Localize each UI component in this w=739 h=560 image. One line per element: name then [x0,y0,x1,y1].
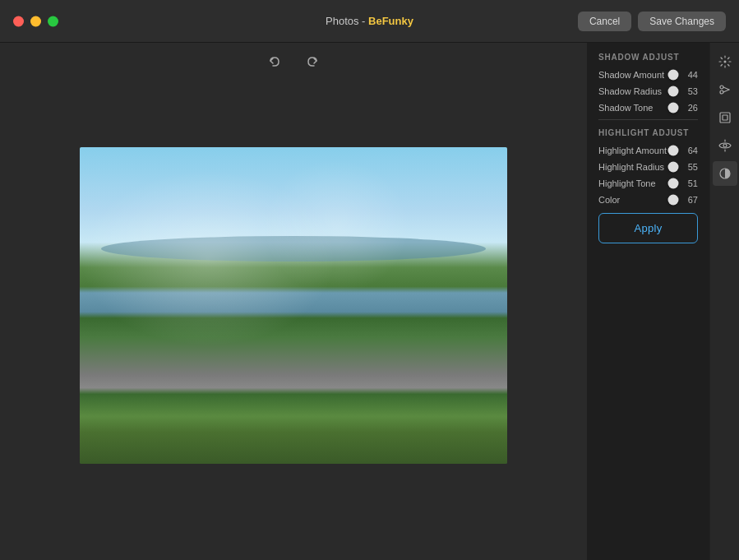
svg-line-7 [721,65,723,67]
highlight-amount-group: Highlight Amount 64 [598,146,698,155]
svg-rect-14 [723,115,727,120]
maximize-button[interactable] [48,16,58,26]
highlight-radius-group: Highlight Radius 55 [598,162,698,172]
contrast-icon[interactable] [713,161,737,186]
shadow-radius-label: Shadow Radius [598,86,668,96]
shadow-amount-row: Shadow Amount 44 [598,70,698,80]
window-title: Photos - BeFunky [326,15,413,27]
shadow-amount-group: Shadow Amount 44 [598,70,698,80]
shadow-amount-thumb[interactable] [668,70,679,81]
shadow-adjust-header: SHADOW ADJUST [598,53,698,62]
svg-point-8 [723,61,726,63]
highlight-tone-label: Highlight Tone [598,178,668,188]
shadow-radius-thumb[interactable] [668,86,679,97]
close-button[interactable] [13,16,24,26]
eye-icon[interactable] [713,133,737,158]
highlight-tone-value: 51 [678,178,698,188]
highlight-radius-value: 55 [678,162,698,172]
svg-line-12 [723,90,729,92]
shadow-tone-group: Shadow Tone 26 [598,103,698,113]
svg-line-6 [727,58,729,59]
redo-button[interactable] [302,53,321,73]
highlight-adjust-header: HIGHLIGHT ADJUST [598,128,698,137]
color-group: Color 67 [598,195,698,205]
shadow-radius-value: 53 [678,86,698,96]
image-container [0,84,587,560]
svg-line-11 [723,87,729,90]
highlight-amount-row: Highlight Amount 64 [598,146,698,155]
highlight-tone-group: Highlight Tone 51 [598,178,698,188]
adjustments-panel: SHADOW ADJUST Shadow Amount 44 Shadow Ra… [587,43,709,560]
save-button[interactable]: Save Changes [638,12,726,31]
highlight-amount-label: Highlight Amount [598,146,668,155]
shadow-tone-row: Shadow Tone 26 [598,103,698,113]
highlight-radius-thumb[interactable] [668,162,679,173]
side-tools [709,43,739,560]
scissors-icon[interactable] [713,77,737,102]
svg-rect-13 [720,113,730,123]
shadow-tone-label: Shadow Tone [598,103,668,113]
shadow-tone-thumb[interactable] [668,103,679,113]
apply-button[interactable]: Apply [598,213,698,243]
toolbar-strip [0,43,587,84]
magic-wand-icon[interactable] [713,49,737,74]
cancel-button[interactable]: Cancel [578,12,631,31]
shadow-radius-group: Shadow Radius 53 [598,86,698,96]
color-label: Color [598,195,668,205]
shadow-tone-value: 26 [678,103,698,113]
right-side: SHADOW ADJUST Shadow Amount 44 Shadow Ra… [587,43,739,560]
undo-button[interactable] [266,53,285,73]
window-action-buttons: Cancel Save Changes [578,12,726,31]
traffic-lights [13,16,58,26]
color-row: Color 67 [598,195,698,205]
highlight-tone-thumb[interactable] [668,178,679,189]
svg-point-15 [723,144,727,147]
shadow-amount-value: 44 [678,70,698,80]
highlight-amount-thumb[interactable] [668,146,679,156]
shadow-radius-row: Shadow Radius 53 [598,86,698,96]
color-thumb[interactable] [668,195,679,206]
minimize-button[interactable] [30,16,41,26]
photo-frame [80,147,507,464]
svg-line-4 [721,58,723,59]
highlight-tone-row: Highlight Tone 51 [598,178,698,188]
highlight-radius-row: Highlight Radius 55 [598,162,698,172]
section-divider [598,119,698,120]
filter-icon[interactable] [713,105,737,130]
svg-line-5 [727,65,729,67]
main-area: SHADOW ADJUST Shadow Amount 44 Shadow Ra… [0,43,739,560]
photo-image [80,147,507,464]
shadow-amount-label: Shadow Amount [598,70,668,80]
canvas-area [0,43,587,560]
title-bar: Photos - BeFunky Cancel Save Changes [0,0,739,43]
color-value: 67 [678,195,698,205]
brand-name: BeFunky [368,15,413,27]
highlight-amount-value: 64 [678,146,698,155]
title-prefix: Photos - [326,15,368,27]
highlight-radius-label: Highlight Radius [598,162,668,172]
